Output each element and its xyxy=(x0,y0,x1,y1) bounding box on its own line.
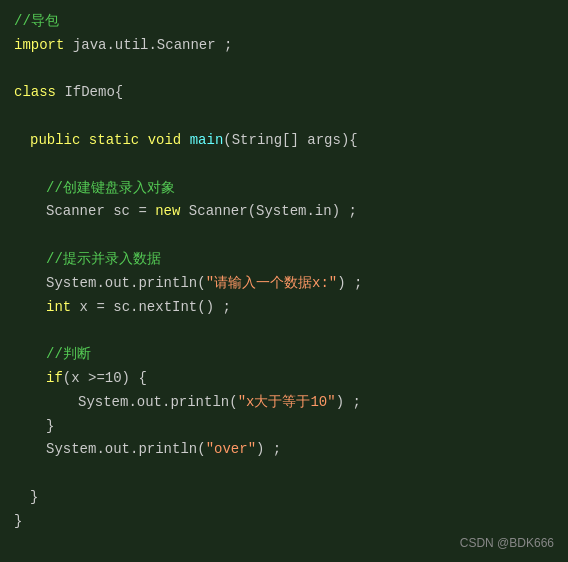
code-line xyxy=(14,58,554,82)
plain-token: System.out.println( xyxy=(78,394,238,410)
code-line: public static void main(String[] args){ xyxy=(14,129,554,153)
plain-token: Scanner(System.in) ; xyxy=(180,203,356,219)
string-token: "over" xyxy=(206,441,256,457)
code-line: class IfDemo{ xyxy=(14,81,554,105)
comment-text: //提示并录入数据 xyxy=(46,251,161,267)
keyword-token: if xyxy=(46,370,63,386)
method-token: main xyxy=(190,132,224,148)
keyword-token: int xyxy=(46,299,71,315)
plain-token: (x >=10) { xyxy=(63,370,147,386)
keyword-token: void xyxy=(148,132,182,148)
plain-token: ) ; xyxy=(337,275,362,291)
keyword-token: static xyxy=(89,132,139,148)
code-line: //创建键盘录入对象 xyxy=(14,177,554,201)
code-line: System.out.println("over") ; xyxy=(14,438,554,462)
plain-token: (String[] args){ xyxy=(223,132,357,148)
comment-text: //判断 xyxy=(46,346,91,362)
plain-token: java.util.Scanner ; xyxy=(64,37,232,53)
plain-token xyxy=(139,132,147,148)
plain-token: System.out.println( xyxy=(46,441,206,457)
plain-token: Scanner sc = xyxy=(46,203,155,219)
plain-token: x = sc.nextInt() ; xyxy=(71,299,231,315)
string-token: "x大于等于10" xyxy=(238,394,336,410)
code-editor: //导包import java.util.Scanner ; class IfD… xyxy=(0,0,568,562)
comment-text: //导包 xyxy=(14,13,59,29)
code-line xyxy=(14,319,554,343)
code-line: } xyxy=(14,486,554,510)
code-line: } xyxy=(14,510,554,534)
code-line: int x = sc.nextInt() ; xyxy=(14,296,554,320)
plain-token: ) ; xyxy=(336,394,361,410)
code-line: import java.util.Scanner ; xyxy=(14,34,554,58)
plain-token: ) ; xyxy=(256,441,281,457)
code-line: //导包 xyxy=(14,10,554,34)
code-content: //导包import java.util.Scanner ; class IfD… xyxy=(14,10,554,534)
code-line: Scanner sc = new Scanner(System.in) ; xyxy=(14,200,554,224)
keyword-token: import xyxy=(14,37,64,53)
plain-token: } xyxy=(46,418,54,434)
code-line: //提示并录入数据 xyxy=(14,248,554,272)
code-line xyxy=(14,105,554,129)
plain-token: } xyxy=(14,513,22,529)
string-token: "请输入一个数据x:" xyxy=(206,275,338,291)
plain-token xyxy=(80,132,88,148)
code-line xyxy=(14,224,554,248)
watermark: CSDN @BDK666 xyxy=(460,536,554,550)
keyword-token: class xyxy=(14,84,56,100)
code-line xyxy=(14,153,554,177)
plain-token: System.out.println( xyxy=(46,275,206,291)
plain-token: } xyxy=(30,489,38,505)
code-line: System.out.println("x大于等于10") ; xyxy=(14,391,554,415)
code-line: System.out.println("请输入一个数据x:") ; xyxy=(14,272,554,296)
plain-token xyxy=(181,132,189,148)
code-line: if(x >=10) { xyxy=(14,367,554,391)
keyword-token: new xyxy=(155,203,180,219)
code-line: } xyxy=(14,415,554,439)
code-line xyxy=(14,462,554,486)
comment-text: //创建键盘录入对象 xyxy=(46,180,175,196)
plain-token: IfDemo{ xyxy=(56,84,123,100)
keyword-token: public xyxy=(30,132,80,148)
code-line: //判断 xyxy=(14,343,554,367)
